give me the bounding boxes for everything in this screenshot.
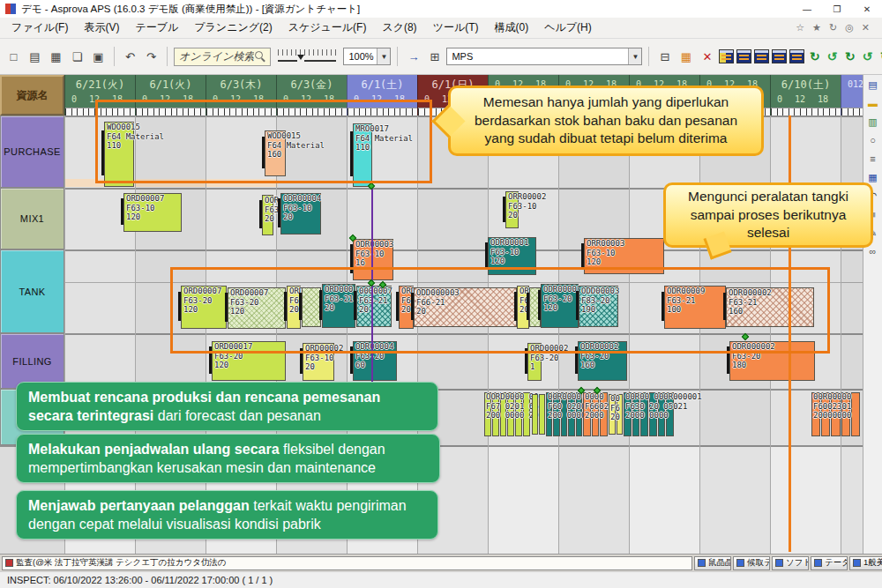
- gantt-bar-cluster[interactable]: 00R00000F600230120000000: [811, 392, 860, 436]
- gantt-operation-bar[interactable]: WDO0015F64 Material110: [104, 122, 134, 187]
- calendar-view-icon[interactable]: [754, 49, 769, 63]
- reschedule-icon[interactable]: ↻: [842, 49, 857, 63]
- minimize-button[interactable]: —: [792, 0, 822, 18]
- display-settings-icon[interactable]: ▦: [47, 48, 65, 66]
- zoom-slider-handle[interactable]: [297, 55, 304, 60]
- reschedule-icon[interactable]: ↻: [878, 49, 882, 63]
- gantt-bar-cluster[interactable]: [532, 394, 545, 435]
- menu-item[interactable]: 構成(0): [487, 20, 537, 35]
- gantt-bar-cluster[interactable]: OORD0000 00F67 0201 66200 0000 20: [484, 392, 530, 436]
- gantt-bar-cluster[interactable]: 00R00 000R000001F630 20 050212000 0000: [624, 392, 674, 436]
- row-label-MIX1[interactable]: MIX1: [0, 188, 64, 249]
- color-map-icon[interactable]: ▦: [676, 48, 695, 66]
- gantt-operation-bar[interactable]: ODR00009F63-21100: [664, 286, 726, 329]
- redo-icon[interactable]: ↷: [142, 48, 161, 66]
- gantt-operation-bar[interactable]: ORD00007F63-10120: [123, 193, 182, 232]
- menu-item[interactable]: テーブル: [127, 20, 186, 35]
- gantt-operation-bar[interactable]: ODR00001F63-10120: [488, 237, 536, 275]
- gantt-operation-bar[interactable]: ODD00003F83-20190: [579, 286, 618, 327]
- resource-gantt-icon[interactable]: ▤: [866, 78, 879, 91]
- star-icon[interactable]: ★: [812, 22, 821, 33]
- date-column-header[interactable]: 6/21(火)01218: [64, 75, 135, 115]
- link-icon[interactable]: ∞: [866, 245, 879, 257]
- gantt-operation-bar[interactable]: [851, 392, 860, 436]
- window-tab-6[interactable]: 1般美集未カ...: [849, 556, 882, 570]
- gantt-operation-bar[interactable]: ODR00002F63-20160: [578, 341, 627, 381]
- org-chart-icon[interactable]: ⊟: [655, 48, 674, 66]
- undo-icon[interactable]: ↶: [121, 48, 139, 66]
- date-column-header[interactable]: 6/3(金)01218: [276, 75, 347, 115]
- chevron-down-icon[interactable]: ▼: [628, 48, 641, 64]
- refresh-icon[interactable]: ↻: [829, 22, 837, 33]
- date-column-header[interactable]: 01218: [841, 75, 863, 115]
- delete-icon[interactable]: ✕: [698, 48, 716, 66]
- calendar-view-icon[interactable]: [719, 49, 734, 63]
- hierarchy-icon[interactable]: ⊞: [425, 48, 444, 66]
- reschedule-icon[interactable]: ↻: [860, 49, 875, 63]
- copy-icon[interactable]: ❏: [68, 48, 86, 66]
- chevron-down-icon[interactable]: ▼: [377, 48, 390, 64]
- gantt-operation-bar[interactable]: ORR00002F63-1020: [505, 191, 519, 228]
- zoom-select[interactable]: 100% ▼: [343, 48, 391, 65]
- gantt-bar-cluster[interactable]: 00F620: [609, 394, 623, 435]
- maximize-button[interactable]: ❐: [822, 0, 852, 18]
- search-icon[interactable]: [254, 51, 265, 63]
- gantt-operation-bar[interactable]: ODR00003F63-1016: [353, 239, 393, 280]
- menu-item[interactable]: ツール(T): [425, 20, 487, 35]
- reschedule-icon[interactable]: ↻: [807, 49, 822, 63]
- new-icon[interactable]: □: [4, 48, 23, 66]
- zoom-slider[interactable]: [278, 48, 336, 65]
- gantt-operation-bar[interactable]: ODD000003F66-2120: [414, 287, 517, 327]
- gantt-operation-bar[interactable]: [302, 287, 321, 327]
- account-icon[interactable]: ◎: [845, 22, 854, 33]
- close-button[interactable]: ✕: [852, 0, 882, 18]
- menu-item[interactable]: 表示(V): [76, 20, 127, 35]
- search-input[interactable]: オンライン検索: [174, 48, 271, 66]
- save-icon[interactable]: ▤: [26, 48, 44, 66]
- chart-icon[interactable]: ▦: [866, 171, 879, 183]
- gantt-operation-bar[interactable]: ORD00007F63-20120: [181, 286, 227, 329]
- calendar-view-icon[interactable]: [736, 49, 751, 63]
- gantt-operation-bar[interactable]: ORD00002F63-201: [527, 343, 542, 381]
- gantt-operation-bar[interactable]: ORR00003F63-10120: [584, 238, 664, 274]
- gantt-bar-cluster[interactable]: 00R0000F60 0200200 0000: [546, 392, 582, 436]
- gantt-operation-bar[interactable]: ODR00001F63-20120: [541, 284, 579, 328]
- magnifier-icon[interactable]: ○: [866, 134, 879, 146]
- pin-icon[interactable]: ☆: [796, 22, 804, 33]
- reschedule-icon[interactable]: ↻: [825, 49, 840, 63]
- gantt-operation-bar[interactable]: ORD00017F63-20120: [212, 341, 286, 381]
- menu-item[interactable]: スク(8): [374, 20, 424, 35]
- gantt-operation-bar[interactable]: WOD0015F64 Material160: [265, 130, 286, 176]
- date-column-header[interactable]: 6/10(土)01218: [770, 75, 841, 115]
- calendar-view-icon[interactable]: [789, 49, 804, 63]
- row-label-TANK[interactable]: TANK: [0, 249, 64, 333]
- calendar-view-icon[interactable]: [772, 49, 787, 63]
- gantt-operation-bar[interactable]: ORD00002F63-1020: [303, 343, 334, 381]
- date-column-header[interactable]: 6/1(土)01218: [347, 75, 417, 115]
- gantt-operation-bar[interactable]: 0000007F63-2120: [356, 286, 392, 327]
- gantt-operation-bar[interactable]: ODR00004F63-1020: [280, 193, 321, 234]
- date-column-header[interactable]: 6/3(木)01218: [206, 75, 276, 115]
- gantt-operation-bar[interactable]: [539, 394, 545, 435]
- result-gantt-icon[interactable]: ▥: [866, 115, 879, 128]
- close-pane-icon[interactable]: ✕: [862, 22, 870, 33]
- date-column-header[interactable]: 6/1(火)01218: [135, 75, 206, 115]
- load-graph-icon[interactable]: ▬: [866, 97, 879, 109]
- export-icon[interactable]: →: [404, 48, 422, 66]
- window-tab-3[interactable]: 候取テーブル...: [733, 556, 770, 570]
- gantt-operation-bar[interactable]: ODR000002F63-20180: [729, 341, 815, 381]
- list-icon[interactable]: ≡: [866, 153, 879, 165]
- window-tab-2[interactable]: 鼠晶晶歌リ...: [694, 556, 731, 570]
- gantt-operation-bar[interactable]: ORD000F63-2120: [322, 284, 355, 328]
- menu-item[interactable]: ファイル(F): [4, 20, 76, 35]
- window-tab-5[interactable]: テータ入技カ...: [811, 556, 848, 570]
- menu-item[interactable]: ヘルプ(H): [536, 20, 600, 35]
- menu-item[interactable]: スケジュール(F): [280, 20, 375, 35]
- row-label-PURCHASE[interactable]: PURCHASE: [0, 115, 64, 188]
- row-label-FILLING[interactable]: FILLING: [0, 333, 64, 389]
- gantt-operation-bar[interactable]: MRO0017F64 Material110: [353, 123, 372, 187]
- gantt-operation-bar[interactable]: ODR00004F63-2060: [353, 341, 397, 381]
- menu-item[interactable]: プランニング(2): [186, 20, 280, 35]
- mps-select[interactable]: MPS ▼: [446, 48, 642, 65]
- window-tab-4[interactable]: ソフトテーク...: [772, 556, 809, 570]
